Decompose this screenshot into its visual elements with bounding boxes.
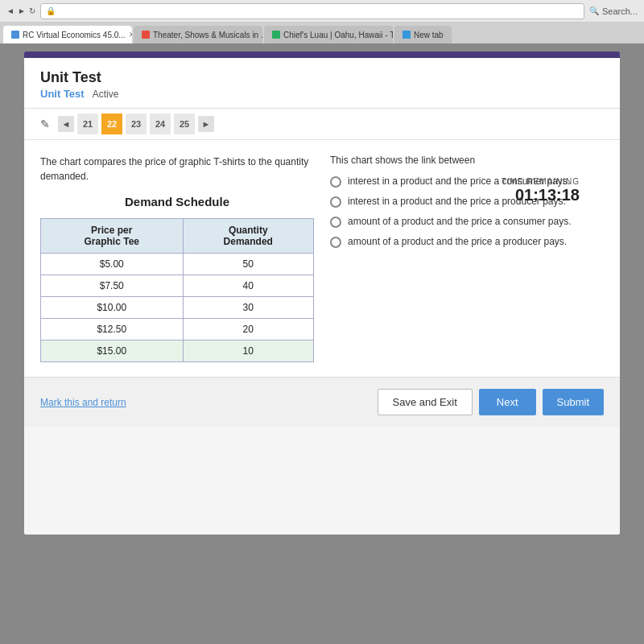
radio-option-3[interactable]: amount of a product and the price a cons… xyxy=(330,216,604,228)
prev-question-button[interactable]: ◄ xyxy=(58,116,74,132)
tab-new[interactable]: New tab xyxy=(394,26,452,43)
tab-close-icon[interactable]: ✕ xyxy=(129,31,132,39)
right-intro: This chart shows the link between xyxy=(330,155,604,166)
question-num-21[interactable]: 21 xyxy=(77,114,98,134)
tab-favicon-4 xyxy=(402,31,411,39)
radio-circle-4 xyxy=(330,237,341,248)
status-badge: Active xyxy=(93,89,119,100)
table-cell: $12.50 xyxy=(41,319,184,341)
table-cell: $5.00 xyxy=(41,254,184,275)
action-buttons: Save and Exit Next Submit xyxy=(378,389,604,415)
tab-favicon xyxy=(11,31,19,39)
refresh-icon[interactable]: ↻ xyxy=(29,6,35,15)
timer-section: TIME REMAINING 01:13:18 xyxy=(502,177,580,204)
subtitle-row: Unit Test Active xyxy=(40,88,604,100)
address-bar[interactable]: 🔒 xyxy=(40,3,584,19)
edit-icon: ✎ xyxy=(40,118,50,130)
question-num-23[interactable]: 23 xyxy=(126,114,147,134)
timer-value: 01:13:18 xyxy=(502,186,580,204)
page-header: Unit Test Unit Test Active TIME REMAININ… xyxy=(24,58,620,109)
page-title: Unit Test xyxy=(40,69,604,86)
tab-favicon-2 xyxy=(142,31,150,39)
radio-label-4: amount of a product and the price a prod… xyxy=(348,236,567,247)
browser-nav-icons: ◄ ► ↻ xyxy=(6,6,35,15)
question-num-25[interactable]: 25 xyxy=(174,114,195,134)
tab-favicon-3 xyxy=(272,31,280,39)
tab-label: RC Virtual Economics 45.0... xyxy=(23,31,126,39)
browser-toolbar: ◄ ► ↻ 🔒 🔍 Search... xyxy=(0,0,644,23)
page-wrapper: Unit Test Unit Test Active TIME REMAININ… xyxy=(0,43,644,644)
search-icon[interactable]: 🔍 xyxy=(589,6,599,15)
radio-label-3: amount of a product and the price a cons… xyxy=(348,216,572,227)
timer-label: TIME REMAINING xyxy=(502,177,580,186)
save-exit-button[interactable]: Save and Exit xyxy=(378,389,473,415)
action-bar: Mark this and return Save and Exit Next … xyxy=(24,377,620,427)
tab-bar: RC Virtual Economics 45.0... ✕ Theater, … xyxy=(0,23,644,43)
tab-label-4: New tab xyxy=(414,31,444,39)
next-button[interactable]: Next xyxy=(479,389,536,415)
radio-circle-1 xyxy=(330,176,341,188)
table-cell: 10 xyxy=(183,341,314,362)
question-nav: ✎ ◄ 21 22 23 24 25 ► xyxy=(24,109,620,140)
radio-circle-3 xyxy=(330,217,341,228)
col-header-price: Price perGraphic Tee xyxy=(41,219,184,254)
tab-rc-virtual[interactable]: RC Virtual Economics 45.0... ✕ xyxy=(3,26,132,43)
radio-option-4[interactable]: amount of a product and the price a prod… xyxy=(330,236,604,248)
back-icon[interactable]: ◄ xyxy=(6,6,14,15)
browser-action-icons: 🔍 Search... xyxy=(589,6,638,16)
demand-table: Price perGraphic Tee QuantityDemanded $5… xyxy=(40,218,314,362)
tab-label-2: Theater, Shows & Musicals in ... xyxy=(153,31,262,39)
question-text: The chart compares the price of graphic … xyxy=(40,155,314,184)
table-cell: 20 xyxy=(183,319,314,341)
table-cell: $15.00 xyxy=(41,341,184,362)
submit-button[interactable]: Submit xyxy=(543,389,604,415)
mark-return-link[interactable]: Mark this and return xyxy=(40,397,126,408)
question-num-24[interactable]: 24 xyxy=(150,114,171,134)
forward-icon[interactable]: ► xyxy=(18,6,26,15)
table-cell: 50 xyxy=(183,254,314,275)
tab-theater[interactable]: Theater, Shows & Musicals in ... xyxy=(134,26,262,43)
left-panel: The chart compares the price of graphic … xyxy=(40,155,314,362)
col-header-qty: QuantityDemanded xyxy=(183,219,314,254)
tab-chiefs-luau[interactable]: Chief's Luau | Oahu, Hawaii - T... xyxy=(264,26,393,43)
table-cell: $7.50 xyxy=(41,275,184,297)
question-area: The chart compares the price of graphic … xyxy=(24,140,620,377)
tab-label-3: Chief's Luau | Oahu, Hawaii - T... xyxy=(283,31,393,39)
page-content: Unit Test Unit Test Active TIME REMAININ… xyxy=(24,52,620,535)
table-cell: 30 xyxy=(183,297,314,319)
question-num-22[interactable]: 22 xyxy=(101,114,122,134)
table-cell: 40 xyxy=(183,275,314,297)
chart-title: Demand Schedule xyxy=(40,195,314,208)
purple-nav-bar xyxy=(24,52,620,58)
browser-chrome: ◄ ► ↻ 🔒 🔍 Search... RC Virtual Economics… xyxy=(0,0,644,43)
radio-circle-2 xyxy=(330,196,341,208)
table-cell: $10.00 xyxy=(41,297,184,319)
page-subtitle: Unit Test xyxy=(40,88,85,100)
next-question-button[interactable]: ► xyxy=(198,116,214,132)
search-text: Search... xyxy=(602,6,638,16)
